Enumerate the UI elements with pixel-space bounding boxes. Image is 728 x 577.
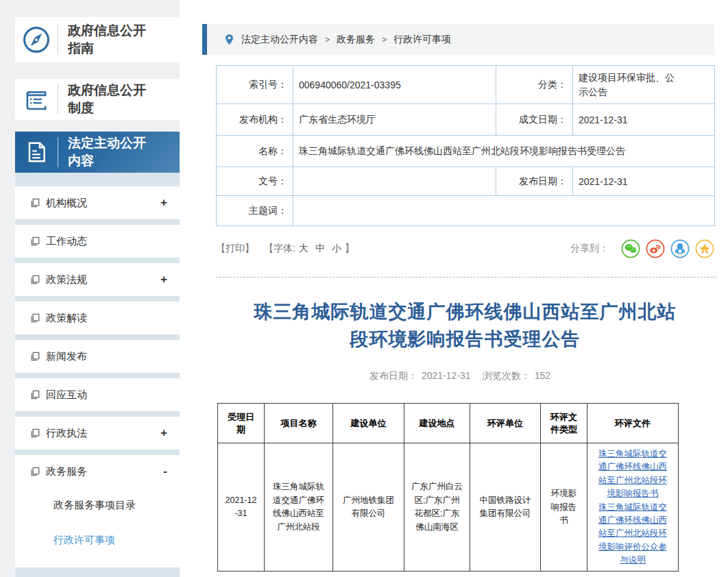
sidebar-item-label: 机构概况 [46,197,87,210]
sidebar-card-gov-info-system[interactable]: 政府信息公开制度 [15,79,180,120]
sidebar-item-label: 工作动态 [46,235,87,248]
font-medium-button[interactable]: 中 [315,243,325,255]
wechat-icon[interactable] [621,239,640,258]
sidebar-card-legal-disclosure-active[interactable]: 法定主动公开内容 [15,132,180,173]
font-large-button[interactable]: 大 [299,243,308,255]
cell-doc-type: 环境影响报告书 [541,443,587,572]
cell-eia-files: 珠三角城际轨道交通广佛环线佛山西站至广州北站段环境影响报告书 珠三角城际轨道交通… [587,443,679,572]
sidebar-card-gov-info-guide[interactable]: 政府信息公开指南 [15,17,180,62]
print-font-tools: 【打印】 【字体: 大 中 小 】 [216,243,354,255]
pages-icon [30,467,40,477]
qzone-icon[interactable] [695,239,714,258]
breadcrumb-item-admin-license: 行政许可事项 [393,34,451,46]
publish-date-label: 发布日期： [496,167,573,196]
sidebar-item-policy-interpretation[interactable]: 政策解读 [15,302,180,334]
header-location: 建设地点 [404,404,470,443]
weibo-icon[interactable] [646,239,665,258]
sidebar-card-label: 政府信息公开指南 [58,22,150,58]
table-header-row: 受理日期 项目名称 建设单位 建设地点 环评单位 环评文件类型 环评文件 [218,404,679,443]
print-button[interactable]: 【打印】 [216,243,254,255]
sidebar-subitem-service-catalog[interactable]: 政务服务事项目录 [15,488,180,523]
sidebar-item-org-overview[interactable]: 机构概况 + [15,186,180,219]
sidebar-item-label: 政务服务 [46,465,87,478]
keywords-label: 主题词： [217,196,293,226]
sidebar-item-label: 回应互动 [46,389,87,402]
breadcrumb-item-legal-disclosure[interactable]: 法定主动公开内容 [241,34,318,46]
eia-report-link[interactable]: 珠三角城际轨道交通广佛环线佛山西站至广州北站段环境影响报告书 [594,447,671,501]
pages-icon [30,352,40,362]
sidebar-item-response-interaction[interactable]: 回应互动 [15,378,180,411]
index-number-label: 索引号： [217,66,293,104]
sidebar-item-gov-services[interactable]: 政务服务 - [15,455,180,488]
cell-builder: 广州地铁集团有限公司 [333,443,404,572]
header-eia-files: 环评文件 [587,404,679,443]
publisher-value: 广东省生态环境厅 [293,104,496,136]
pages-icon [30,236,40,247]
index-number-value: 006940060/2021-03395 [293,66,496,104]
sidebar-card-label: 法定主动公开内容 [58,134,150,170]
doc-number-value [293,167,496,196]
sidebar-item-work-news[interactable]: 工作动态 [15,225,180,258]
expand-plus-icon[interactable]: + [160,196,167,210]
sidebar-item-label: 新闻发布 [46,350,87,363]
sidebar-subitem-admin-license-active[interactable]: 行政许可事项 [15,523,180,558]
sidebar-item-label: 行政执法 [46,427,87,440]
document-icon [15,138,58,166]
expand-plus-icon[interactable]: + [160,426,167,440]
name-label: 名称： [217,136,293,167]
sidebar-item-label: 政策法规 [46,273,87,286]
article-title-line1: 珠三角城际轨道交通广佛环线佛山西站至广州北站 [216,298,714,326]
font-size-label: 【字体: [264,243,295,255]
category-label: 分类： [496,66,573,104]
expand-plus-icon[interactable]: + [160,273,167,286]
document-info-table: 索引号： 006940060/2021-03395 分类： 建设项目环保审批、公… [216,65,715,226]
pages-icon [30,428,40,439]
collapse-minus-icon[interactable]: - [163,465,167,478]
publish-date-value: 2021-12-31 [573,167,715,196]
pages-icon [30,275,40,285]
breadcrumb-item-gov-services[interactable]: 政务服务 [337,34,375,46]
breadcrumb: 法定主动公开内容 > 政务服务 > 行政许可事项 [202,24,714,55]
sidebar-group-gov-services: 政务服务 - 政务服务事项目录 行政许可事项 [15,455,180,567]
compass-icon [15,25,58,55]
publish-date-meta-label: 发布日期： [369,370,417,381]
header-builder: 建设单位 [333,404,404,443]
article-meta: 发布日期：2021-12-31浏览次数：152 [192,370,728,382]
eia-acceptance-table: 受理日期 项目名称 建设单位 建设地点 环评单位 环评文件类型 环评文件 202… [217,403,679,572]
written-date-value: 2021-12-31 [573,104,715,136]
header-doc-type: 环评文件类型 [541,404,587,443]
font-label-close: 】 [345,243,354,255]
main-content: 法定主动公开内容 > 政务服务 > 行政许可事项 索引号： 006940060/… [192,0,728,577]
written-date-label: 成文日期： [496,104,573,136]
breadcrumb-separator: > [382,35,387,45]
publish-date-meta-value: 2021-12-31 [422,370,471,381]
article-title: 珠三角城际轨道交通广佛环线佛山西站至广州北站 段环境影响报告书受理公告 [216,298,714,353]
pages-icon [30,198,40,208]
book-icon [15,85,58,114]
pages-icon [30,390,40,400]
views-count: 152 [535,370,550,381]
sidebar-item-news-release[interactable]: 新闻发布 [15,340,180,373]
views-label: 浏览次数： [483,370,531,381]
breadcrumb-separator: > [325,35,330,45]
qq-icon[interactable] [670,239,690,258]
font-small-button[interactable]: 小 [332,243,341,255]
cell-location: 广东广州白云区;广东广州花都区;广东佛山南海区 [404,443,470,572]
sidebar-card-label: 政府信息公开制度 [58,82,150,117]
public-participation-link[interactable]: 珠三角城际轨道交通广佛环线佛山西站至广州北站段环境影响评价公众参与说明 [594,501,671,567]
cell-eia-agency: 中国铁路设计集团有限公司 [470,443,541,572]
table-row: 2021-12-31 珠三角城际轨道交通广佛环线佛山西站至广州北站段 广州地铁集… [218,443,679,572]
header-project-name: 项目名称 [265,404,333,443]
doc-number-label: 文号： [217,167,293,196]
header-accept-date: 受理日期 [218,404,265,443]
pages-icon [30,313,40,323]
dashed-divider [216,277,716,278]
location-pin-icon [224,34,234,46]
sidebar-item-administrative-enforcement[interactable]: 行政执法 + [15,417,180,450]
share-label: 分享到： [570,243,609,255]
sidebar-item-policy-regulations[interactable]: 政策法规 + [15,263,180,296]
page-left-gutter [0,0,15,577]
sidebar: 政府信息公开指南 政府信息公开制度 法定主 [15,0,180,577]
cell-project-name: 珠三角城际轨道交通广佛环线佛山西站至广州北站段 [265,443,333,572]
share-tools: 分享到： [570,239,714,258]
